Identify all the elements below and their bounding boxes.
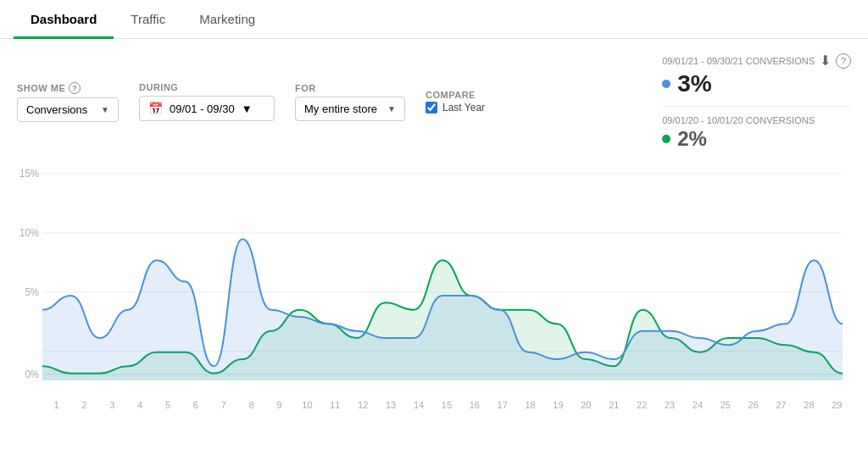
period2-label: 09/01/20 - 10/01/20 CONVERSIONS — [662, 115, 815, 125]
controls-row: SHOW ME ? Conversions ▼ DURING 📅 09/01 -… — [0, 39, 868, 164]
compare-option-label: Last Year — [442, 102, 485, 114]
stats-panel: 09/01/21 - 09/30/21 CONVERSIONS ⬇ ? 3% 0… — [637, 53, 851, 151]
period1-label: 09/01/21 - 09/30/21 CONVERSIONS — [662, 56, 815, 66]
store-chevron: ▼ — [387, 104, 396, 114]
compare-label: COMPARE — [426, 90, 485, 100]
nav-tabs: Dashboard Traffic Marketing — [0, 0, 868, 39]
calendar-icon: 📅 — [148, 102, 163, 115]
stats-help-icon[interactable]: ? — [836, 53, 851, 69]
during-label: DURING — [139, 82, 178, 92]
compare-last-year[interactable]: Last Year — [426, 102, 485, 114]
during-group: DURING 📅 09/01 - 09/30 ▼ — [139, 82, 275, 121]
dot-blue-1 — [662, 80, 670, 88]
store-option: My entire store — [304, 103, 377, 115]
conversions-option: Conversions — [26, 103, 87, 116]
period2-value: 2% — [677, 127, 707, 151]
show-me-chevron: ▼ — [101, 105, 109, 114]
stat-block-1: 09/01/21 - 09/30/21 CONVERSIONS ⬇ ? 3% — [662, 53, 851, 97]
download-icon[interactable]: ⬇ — [820, 53, 831, 69]
show-me-help-icon[interactable]: ? — [69, 82, 81, 94]
show-me-select[interactable]: Conversions ▼ — [17, 97, 119, 122]
dot-green-1 — [662, 135, 670, 143]
date-chevron: ▼ — [242, 103, 253, 115]
chart-container: 15% 10% 5% 0% — [0, 164, 868, 402]
for-group: FOR My entire store ▼ — [295, 83, 405, 121]
tab-traffic[interactable]: Traffic — [114, 0, 182, 38]
stat-block-2: 09/01/20 - 10/01/20 CONVERSIONS 2% — [662, 115, 851, 151]
tab-marketing[interactable]: Marketing — [182, 0, 272, 38]
for-label: FOR — [295, 83, 316, 93]
show-me-label: SHOW ME — [17, 83, 65, 93]
compare-checkbox[interactable] — [426, 102, 437, 114]
show-me-group: SHOW ME ? Conversions ▼ — [17, 82, 119, 122]
period1-value: 3% — [677, 70, 711, 97]
date-range-value: 09/01 - 09/30 — [170, 103, 235, 115]
date-select[interactable]: 📅 09/01 - 09/30 ▼ — [139, 96, 275, 121]
line-chart — [17, 164, 851, 402]
store-select[interactable]: My entire store ▼ — [295, 97, 405, 121]
tab-dashboard[interactable]: Dashboard — [14, 0, 114, 38]
compare-group: COMPARE Last Year — [426, 90, 485, 114]
